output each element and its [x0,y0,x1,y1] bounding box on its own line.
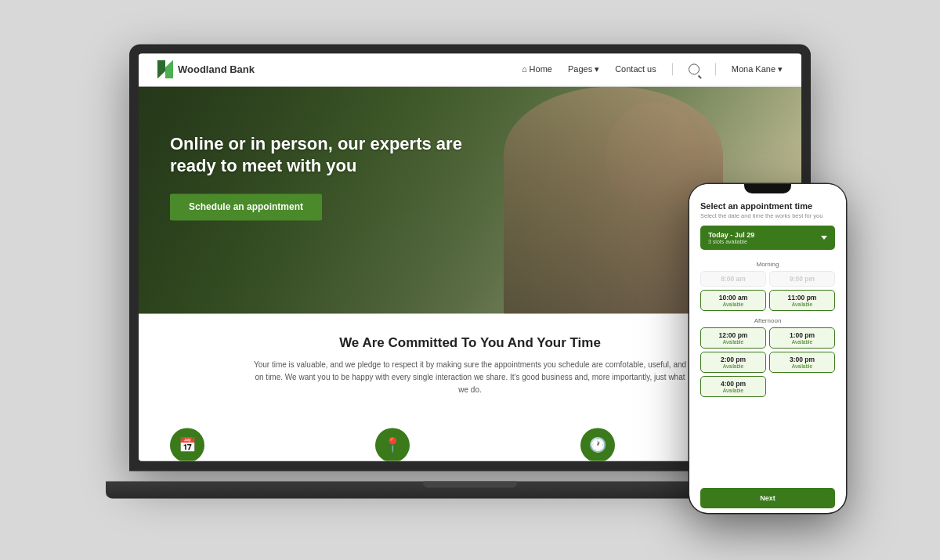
site-nav: Woodland Bank ⌂ Home Pages ▾ Contact us [139,53,801,86]
time-val: 3:00 pm [775,356,830,363]
next-button[interactable]: Next [700,488,835,508]
afternoon-slots: 12:00 pm Available 1:00 pm Available 2:0… [689,327,846,397]
search-icon[interactable] [689,63,700,74]
brand-name: Woodland Bank [178,63,255,75]
time-avail: Available [706,302,761,307]
phone-date-label: Today - Jul 29 [708,231,754,239]
home-icon: ⌂ [522,64,527,74]
time-slot-1200pm[interactable]: 12:00 pm Available [700,327,766,349]
time-slot-100pm[interactable]: 1:00 pm Available [769,327,835,349]
time-slot-200pm[interactable]: 2:00 pm Available [700,352,766,373]
time-avail: Available [706,363,761,369]
time-val: 9:00 pm [775,275,830,283]
time-avail: Available [775,363,830,369]
chevron-icon: ▾ [595,64,599,74]
reminders-icon: 🕐 [580,428,615,461]
time-avail: Available [775,339,830,345]
time-val: 2:00 pm [706,356,761,363]
branches-icon: 📍 [375,428,410,461]
scheduling-icon: 📅 [170,428,204,461]
logo-icon-right [165,60,173,78]
time-slot-900pm[interactable]: 9:00 pm [769,271,835,287]
time-avail: Available [706,339,761,345]
scene: Woodland Bank ⌂ Home Pages ▾ Contact us [0,0,940,560]
phone: Select an appointment time Select the da… [689,184,846,513]
time-val: 8:00 am [706,275,761,283]
morning-slots: 8:00 am 9:00 pm 10:00 am Available 11:00… [689,271,846,311]
nav-divider-2 [715,63,716,75]
time-slot-400pm[interactable]: 4:00 pm Available [700,376,766,397]
nav-links: ⌂ Home Pages ▾ Contact us [522,63,783,75]
phone-notch [744,184,791,193]
time-val: 1:00 pm [775,331,830,339]
user-menu[interactable]: Mona Kane ▾ [732,64,783,74]
feature-scheduling: 📅 Stress-Free Scheduling Our online sche… [170,428,360,461]
time-val: 11:00 pm [775,294,830,302]
time-val: 10:00 am [706,294,761,302]
morning-label: Morning [689,261,846,268]
nav-home[interactable]: ⌂ Home [522,64,552,74]
time-slot-1100pm[interactable]: 11:00 pm Available [769,290,835,311]
schedule-appointment-button[interactable]: Schedule an appointment [170,193,322,220]
phone-date-button[interactable]: Today - Jul 29 3 slots available [700,226,835,250]
time-avail: Available [775,302,830,307]
feature-branches: 📍 Nearby Branches We make it easy to cho… [375,428,565,461]
time-val: 4:00 pm [706,380,761,388]
phone-date-sub: 3 slots available [708,239,754,244]
nav-contact[interactable]: Contact us [615,64,656,74]
commitment-title: We Are Committed To You And Your Time [186,335,754,351]
nav-pages[interactable]: Pages ▾ [568,64,599,74]
time-avail: Available [706,388,761,393]
afternoon-label: Afternoon [689,317,846,324]
site-logo: Woodland Bank [157,60,255,78]
time-slot-1000am[interactable]: 10:00 am Available [700,290,766,311]
logo-icon-left [157,60,165,78]
nav-divider [672,63,673,75]
hero-title: Online or in person, our experts are rea… [170,133,468,178]
date-chevron-icon [821,236,827,240]
user-chevron-icon: ▾ [778,64,783,74]
time-val: 12:00 pm [706,331,761,339]
phone-header-sub: Select the date and time the works best … [700,212,835,219]
phone-screen: Select an appointment time Select the da… [689,184,846,513]
commitment-text: Your time is valuable, and we pledge to … [251,359,689,396]
time-slot-300pm[interactable]: 3:00 pm Available [769,352,835,373]
time-slot-800am[interactable]: 8:00 am [700,271,766,287]
logo-icon [157,60,173,78]
phone-header-title: Select an appointment time [700,201,835,211]
